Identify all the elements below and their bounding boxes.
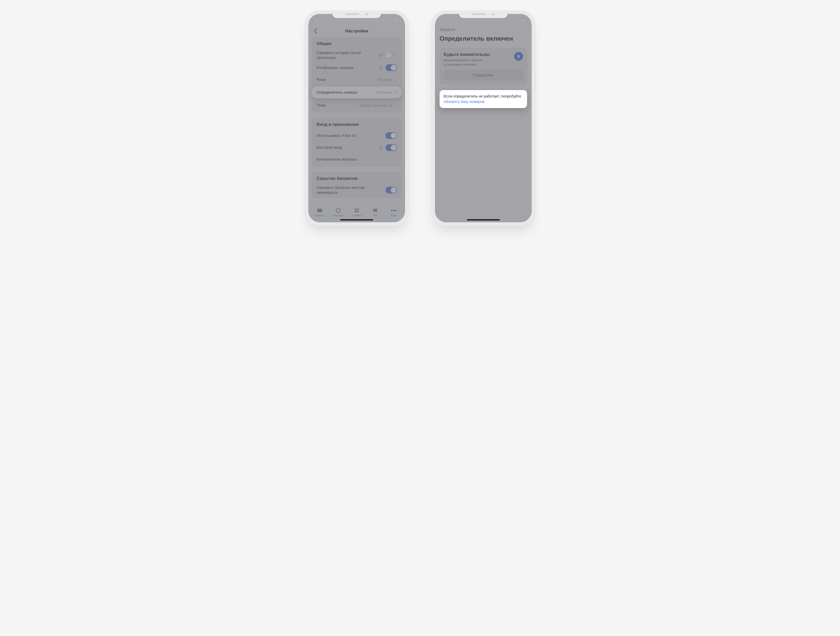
svg-rect-9 [355, 208, 357, 210]
help-icon[interactable]: ? [378, 53, 383, 58]
hint-text: Если определитель не работает, попробуйт… [444, 94, 521, 98]
row-show-purchases[interactable]: Отображать покупки ? [317, 62, 397, 74]
row-faceid[interactable]: Использовать Face ID [317, 130, 397, 142]
tab-more[interactable]: Еще [384, 205, 403, 219]
tab-payments[interactable]: Платежи [329, 205, 347, 219]
location-icon [452, 19, 455, 22]
tab-label: Сервисы [351, 214, 362, 217]
svg-rect-6 [399, 20, 399, 21]
modal-header: Закрыть Определитель включен [435, 25, 532, 44]
status-time: 11:00 [441, 18, 450, 23]
svg-point-16 [395, 210, 396, 211]
svg-rect-3 [385, 19, 385, 22]
update-db-link[interactable]: обновить базу номеров [444, 99, 484, 104]
tab-home[interactable]: Главная [310, 205, 329, 219]
row-quick-login[interactable]: Быстрый вход ? [317, 142, 397, 153]
svg-rect-0 [381, 21, 382, 22]
toggle-faceid[interactable] [385, 132, 397, 139]
hint-card: Если определитель не работает, попробуйт… [440, 90, 527, 108]
row-value: Русский [378, 77, 392, 82]
toggle-balances[interactable] [385, 187, 397, 194]
row-hide-stories[interactable]: Скрывать истории после просмотра ? [317, 49, 397, 62]
wifi-icon [514, 19, 518, 22]
row-label: Тема [317, 103, 357, 108]
tab-chat[interactable]: Чат [366, 205, 384, 219]
chevron-right-icon [395, 103, 397, 107]
row-language[interactable]: Язык Русский [317, 74, 397, 85]
home-icon [317, 208, 323, 213]
tab-label: Чат [373, 214, 377, 217]
row-label: Скрывать балансы жестом переворота [317, 185, 383, 195]
svg-point-15 [393, 210, 395, 211]
location-icon [325, 19, 328, 22]
section-title-login: Вход в приложение [317, 122, 397, 127]
row-label: Использовать Face ID [317, 133, 383, 138]
toggle-hide-stories[interactable] [385, 52, 397, 58]
notice-title: Будьте внимательны [444, 52, 511, 57]
services-icon [354, 208, 360, 213]
row-label: Быстрый вход [317, 145, 376, 150]
svg-rect-18 [509, 20, 510, 22]
home-indicator[interactable] [467, 219, 500, 221]
svg-rect-12 [357, 211, 359, 213]
toggle-quick[interactable] [385, 144, 397, 151]
phone-mock-left: 11:00 [305, 10, 409, 226]
signal-icon [507, 19, 512, 22]
svg-rect-23 [525, 20, 526, 21]
section-title-general: Общие [317, 41, 397, 46]
tab-label: Платежи [333, 214, 344, 217]
more-icon [391, 208, 397, 213]
screen-left: 11:00 [308, 14, 405, 222]
notice-card: Будьте внимательны Мошенники могут звони… [440, 48, 527, 84]
row-security-questions[interactable]: Контрольные вопросы [317, 153, 397, 165]
row-theme[interactable]: Тема Всегда светлая те [317, 99, 397, 111]
notch [459, 10, 508, 18]
svg-rect-5 [393, 19, 398, 21]
row-label: Язык [317, 77, 375, 82]
notch [332, 10, 381, 18]
tab-label: Еще [391, 214, 396, 217]
dim-overlay [435, 14, 532, 222]
back-button[interactable] [312, 28, 319, 35]
svg-rect-25 [518, 55, 519, 56]
toggle-show-purchases[interactable] [385, 64, 397, 71]
svg-rect-20 [512, 19, 512, 22]
chevron-right-icon [395, 91, 397, 94]
close-button[interactable]: Закрыть [440, 26, 456, 33]
svg-rect-13 [373, 209, 377, 212]
row-caller-id[interactable]: Определитель номера Включен [311, 87, 402, 99]
svg-rect-1 [382, 20, 383, 22]
svg-rect-10 [357, 208, 359, 210]
modal-title: Определитель включен [440, 35, 527, 42]
row-label: Определитель номера [317, 90, 374, 95]
tab-services[interactable]: Сервисы [347, 205, 366, 219]
payments-icon [335, 208, 341, 213]
svg-point-14 [391, 210, 392, 211]
nav-title: Настройки [345, 28, 368, 34]
row-hide-balances[interactable]: Скрывать балансы жестом переворота [317, 184, 397, 197]
hint-text-after: . [484, 99, 485, 104]
chevron-right-icon [395, 158, 397, 161]
tab-label: Главная [315, 214, 325, 217]
signal-icon [381, 19, 385, 22]
battery-icon [519, 19, 526, 22]
status-time: 11:00 [314, 18, 324, 23]
help-icon[interactable]: ? [378, 65, 383, 70]
more-button[interactable]: Подробнее [444, 70, 523, 80]
row-value: Включен [376, 90, 392, 95]
section-general: Общие Скрывать истории после просмотра ?… [312, 37, 401, 113]
chevron-right-icon [395, 78, 397, 81]
wifi-icon [387, 19, 391, 22]
home-indicator[interactable] [340, 219, 373, 221]
section-balances: Скрытие балансов Скрывать балансы жестом… [312, 172, 401, 198]
svg-rect-22 [520, 19, 524, 21]
section-title-balances: Скрытие балансов [317, 176, 397, 181]
help-icon[interactable]: ? [378, 145, 383, 150]
svg-rect-17 [507, 21, 508, 22]
battery-icon [393, 19, 399, 22]
svg-point-8 [336, 208, 340, 213]
phone-mock-right: 11:00 [431, 10, 535, 226]
chat-icon [372, 208, 378, 213]
svg-rect-19 [510, 19, 511, 22]
section-login: Вход в приложение Использовать Face ID Б… [312, 118, 401, 167]
